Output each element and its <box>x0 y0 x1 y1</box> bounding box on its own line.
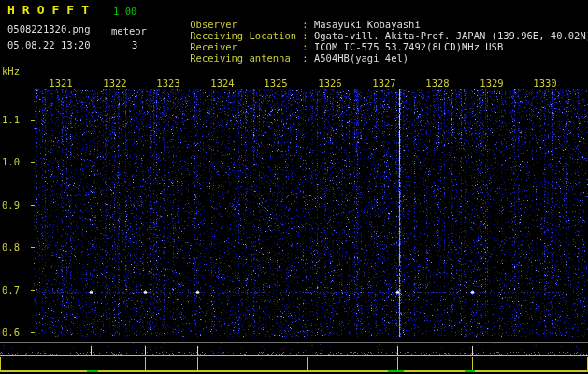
datetime-label: 05.08.22 13:20 <box>7 39 91 50</box>
y-axis-unit: kHz <box>2 65 20 77</box>
mode-label: meteor <box>111 25 147 36</box>
y-tick-0-8: 0.8 <box>2 241 20 252</box>
y-tick-0-9: 0.9 <box>2 199 20 210</box>
x-tick-1329: 1329 <box>478 78 506 89</box>
y-tick-0-6: 0.6 <box>2 326 20 338</box>
x-tick-1326: 1326 <box>316 78 344 89</box>
x-tick-1322: 1322 <box>101 78 129 89</box>
x-tick-1321: 1321 <box>47 78 75 89</box>
y-tick-1-1: 1.1 <box>2 114 20 125</box>
y-tick-1-0: 1.0 <box>2 156 20 167</box>
hrofft-window: HROFFT 1.00 0508221320.png meteor 05.08.… <box>0 0 588 374</box>
info-value: A504HB(yagi 4el) <box>314 52 409 64</box>
y-tick-0-7: 0.7 <box>2 284 20 295</box>
x-tick-1327: 1327 <box>370 78 398 89</box>
filename-label: 0508221320.png <box>7 23 91 35</box>
colon-separator: : <box>302 52 314 64</box>
app-title: HROFFT <box>7 3 96 17</box>
x-tick-1323: 1323 <box>154 78 182 89</box>
info-row-antenna: Receiving antenna: A504HB(yagi 4el) <box>166 41 409 75</box>
meteor-count: 3 <box>132 39 137 50</box>
x-tick-1325: 1325 <box>262 78 290 89</box>
x-tick-1328: 1328 <box>423 78 452 89</box>
x-tick-1330: 1330 <box>531 78 559 89</box>
x-tick-1324: 1324 <box>208 78 237 89</box>
app-version: 1.00 <box>113 6 136 17</box>
info-label: Receiving antenna <box>190 52 302 64</box>
